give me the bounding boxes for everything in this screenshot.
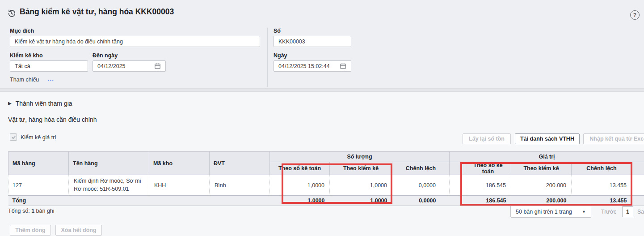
col-header-unit: ĐVT <box>210 152 270 175</box>
total-val-diff: 13.455 <box>572 196 632 206</box>
purpose-label: Mục đích <box>10 28 34 34</box>
cell-warehouse-code[interactable]: KHH <box>149 175 210 196</box>
group-header-value: Giá trị <box>450 152 644 162</box>
warehouse-input[interactable]: Tất cả <box>10 60 88 72</box>
cell-val-counted[interactable]: 200.000 <box>511 175 572 196</box>
chevron-right-icon: ▶ <box>8 101 12 106</box>
col-header-qty-diff: Chênh lệch <box>392 162 450 175</box>
reference-label: Tham chiếu <box>10 77 39 83</box>
members-section-toggle[interactable]: ▶ Thành viên tham gia <box>8 100 72 107</box>
value-count-label: Kiểm kê giá trị <box>21 134 56 141</box>
warehouse-label: Kiểm kê kho <box>10 52 43 59</box>
form-column-divider <box>267 28 268 87</box>
records-count-suffix: bản ghi <box>36 208 55 214</box>
cell-val-book[interactable]: 186.545 <box>465 175 511 196</box>
number-label: Số <box>274 28 281 34</box>
date-input[interactable]: 04/12/2025 15:02:44 <box>274 60 351 72</box>
date-value: 04/12/2025 15:02:44 <box>278 63 330 69</box>
total-qty-counted: 1,0000 <box>330 196 392 206</box>
col-header-val-diff: Chênh lệch <box>572 162 632 175</box>
next-page-button[interactable]: Sau <box>637 209 644 215</box>
to-date-input[interactable]: 04/12/2025 <box>93 60 166 72</box>
col-header-qty-counted: Theo kiểm kê <box>330 162 392 175</box>
value-count-checkbox[interactable] <box>10 133 17 141</box>
items-table: Mã hàng Tên hàng Mã kho ĐVT Số lượng Giá… <box>8 151 644 206</box>
col-header-item-code: Mã hàng <box>8 152 69 175</box>
cell-spacer <box>632 175 644 196</box>
col-header-val-counted: Theo kiểm kê <box>511 162 572 175</box>
total-val-book: 186.545 <box>465 196 511 206</box>
cell-unit[interactable]: Bình <box>210 175 270 196</box>
cell-qty-diff[interactable]: 0,0000 <box>392 175 450 196</box>
cell-spacer <box>450 196 465 206</box>
col-header-val-book: Theo sổ kế toán <box>465 162 511 175</box>
date-label: Ngày <box>274 52 287 59</box>
col-header-qty-book: Theo sổ kế toán <box>270 162 330 175</box>
total-qty-diff: 0,0000 <box>392 196 450 206</box>
import-excel-button[interactable]: Nhập kết quả từ Excel <box>583 133 644 144</box>
current-page-box[interactable]: 1 <box>622 206 633 217</box>
total-label: Tổng <box>8 196 270 206</box>
cell-spacer <box>450 175 465 196</box>
page-size-value: 50 bản ghi trên 1 trang <box>516 209 572 215</box>
records-count: Tổng số: 1 bản ghi <box>8 208 55 214</box>
load-item-list-button[interactable]: Tải danh sách VTHH <box>515 133 580 144</box>
records-count-value: 1 <box>31 208 34 214</box>
warehouse-value: Tất cả <box>15 63 30 69</box>
purpose-value: Kiểm kê vật tư hàng hóa do điều chỉnh tă… <box>15 39 123 45</box>
col-header-warehouse-code: Mã kho <box>149 152 210 175</box>
prev-page-button[interactable]: Trước <box>601 209 616 215</box>
help-icon[interactable]: ? <box>630 10 640 20</box>
table-row: 127 Kiểm định Rơ moóc, Sơ mi Rơ moóc: 51… <box>8 175 644 196</box>
page-size-dropdown[interactable]: 50 bản ghi trên 1 trang ▼ <box>510 206 591 218</box>
check-icon <box>11 135 16 140</box>
col-header-spacer <box>450 162 465 175</box>
section-divider <box>0 88 644 92</box>
history-icon[interactable] <box>7 9 17 18</box>
page-title: Bảng kiểm kê vật tư, hàng hóa KKK00003 <box>20 7 174 17</box>
table-group-header-row: Mã hàng Tên hàng Mã kho ĐVT Số lượng Giá… <box>8 152 644 162</box>
calendar-icon[interactable] <box>340 63 346 69</box>
total-val-counted: 200.000 <box>511 196 572 206</box>
purpose-input[interactable]: Kiểm kê vật tư hàng hóa do điều chỉnh tă… <box>10 36 260 47</box>
col-header-spacer <box>632 162 644 175</box>
number-value: KKK00003 <box>278 39 305 45</box>
col-header-item-name: Tên hàng <box>69 152 149 175</box>
add-row-button[interactable]: Thêm dòng <box>10 225 51 236</box>
help-glyph: ? <box>633 12 636 18</box>
total-qty-book: 1,0000 <box>270 196 330 206</box>
table-total-row: Tổng 1,0000 1,0000 0,0000 186.545 200.00… <box>8 196 644 206</box>
clear-rows-button[interactable]: Xóa hết dòng <box>55 225 102 236</box>
adjust-section-title: Vật tư, hàng hóa cần điều chỉnh <box>8 116 97 123</box>
cell-spacer <box>632 196 644 206</box>
members-section-label: Thành viên tham gia <box>16 100 72 107</box>
cell-val-diff[interactable]: 13.455 <box>572 175 632 196</box>
cell-qty-book[interactable]: 1,0000 <box>270 175 330 196</box>
group-header-quantity: Số lượng <box>270 152 450 162</box>
cell-qty-counted[interactable]: 1,0000 <box>330 175 392 196</box>
chevron-down-icon: ▼ <box>582 210 586 214</box>
reference-link[interactable]: ... <box>48 75 54 82</box>
calendar-icon[interactable] <box>154 63 161 69</box>
to-date-value: 04/12/2025 <box>97 63 126 69</box>
cell-item-name[interactable]: Kiểm định Rơ moóc, Sơ mi Rơ moóc: 51R-50… <box>69 175 149 196</box>
number-input[interactable]: KKK00003 <box>274 36 351 47</box>
records-count-label: Tổng số: <box>8 208 30 214</box>
cell-item-code[interactable]: 127 <box>8 175 69 196</box>
reload-stock-button[interactable]: Lấy lại số tồn <box>463 133 511 144</box>
to-date-label: Đến ngày <box>93 52 118 59</box>
